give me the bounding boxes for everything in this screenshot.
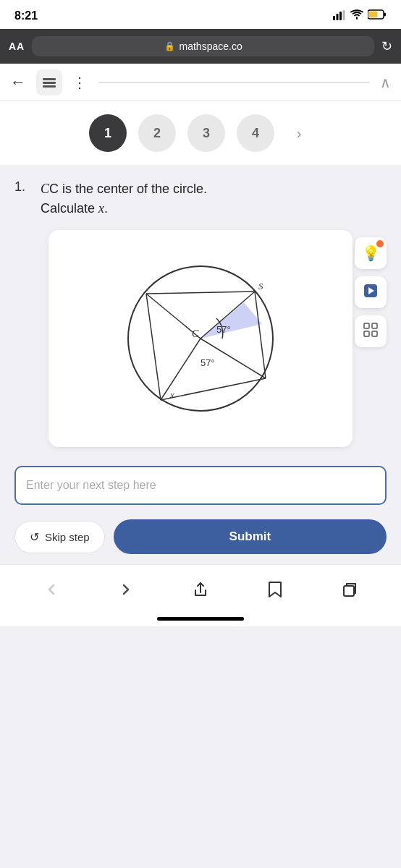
skip-label: Skip step [45,531,90,543]
layers-button[interactable] [36,69,62,95]
svg-line-14 [161,339,200,400]
question-line2: Calculate x. [41,199,207,218]
step-2-button[interactable]: 2 [138,114,176,152]
lock-icon: 🔒 [164,41,175,51]
grid-icon [363,323,378,341]
svg-rect-28 [364,331,369,336]
circle-diagram: C 57° 57° S x [106,244,295,433]
skip-step-button[interactable]: ↺ Skip step [14,521,105,553]
collapse-button[interactable]: ∧ [380,74,391,91]
svg-rect-30 [344,586,354,596]
svg-text:57°: 57° [200,357,215,368]
question-text: CC is the center of the circle. Calculat… [41,179,207,218]
svg-text:S: S [258,281,263,292]
svg-rect-26 [364,323,369,328]
svg-rect-7 [43,78,56,80]
battery-icon [368,9,387,22]
step-input[interactable] [14,466,387,505]
question-number: 1. [14,179,32,195]
browser-aa-label[interactable]: AA [9,41,25,52]
svg-rect-9 [43,85,56,88]
home-bar [157,617,244,621]
question-line1: CC is the center of the circle. [41,179,207,199]
svg-rect-27 [372,323,377,328]
svg-rect-5 [384,13,387,17]
play-icon [364,284,377,301]
diagram-wrapper: C 57° 57° S x 💡 [14,230,387,447]
reload-icon[interactable]: ↻ [381,38,392,54]
question-header: 1. CC is the center of the circle. Calcu… [14,179,387,218]
wifi-icon [350,9,363,22]
svg-rect-8 [43,82,56,84]
diagram-card: C 57° 57° S x [48,230,353,447]
step-1-button[interactable]: 1 [89,114,127,152]
skip-icon: ↺ [30,530,39,544]
home-indicator [0,611,401,626]
share-button[interactable] [185,574,216,605]
main-content: 1. CC is the center of the circle. Calcu… [0,165,401,454]
svg-text:C: C [192,328,199,339]
steps-next-button[interactable]: › [286,120,312,146]
svg-line-15 [146,292,255,294]
step-indicator: 1 2 3 4 › [0,101,401,165]
status-icons [333,9,387,22]
nav-divider [98,82,370,83]
play-button[interactable] [355,276,387,308]
browser-bar: AA 🔒 mathspace.co ↻ [0,29,401,64]
svg-line-18 [161,378,266,400]
status-bar: 8:21 [0,0,401,29]
status-time: 8:21 [14,9,38,22]
side-tools: 💡 [355,237,387,347]
hint-dot [376,240,384,247]
bookmarks-button[interactable] [259,574,291,605]
svg-rect-29 [372,331,377,336]
tabs-button[interactable] [334,574,366,605]
input-area [0,454,401,512]
browser-forward-button[interactable] [110,574,142,605]
submit-button[interactable]: Submit [114,519,387,554]
browser-url-container[interactable]: 🔒 mathspace.co [32,36,374,56]
step-3-button[interactable]: 3 [187,114,225,152]
browser-back-button[interactable] [35,574,67,605]
svg-text:57°: 57° [216,324,231,335]
browser-url: mathspace.co [180,41,242,52]
hint-button[interactable]: 💡 [355,237,387,269]
lightbulb-icon: 💡 [362,244,380,262]
svg-rect-0 [333,16,335,20]
more-menu-button[interactable]: ⋮ [72,74,88,91]
svg-rect-3 [343,10,345,20]
bottom-nav [0,564,401,611]
svg-rect-6 [369,12,378,18]
svg-text:x: x [169,389,174,400]
step-4-button[interactable]: 4 [237,114,274,152]
nav-bar: ← ⋮ ∧ [0,64,401,101]
svg-rect-2 [339,12,342,20]
svg-rect-1 [337,14,339,20]
back-button[interactable]: ← [10,73,26,92]
signal-icon [333,10,346,22]
grid-button[interactable] [355,315,387,347]
action-row: ↺ Skip step Submit [0,512,401,564]
svg-line-17 [146,294,161,400]
